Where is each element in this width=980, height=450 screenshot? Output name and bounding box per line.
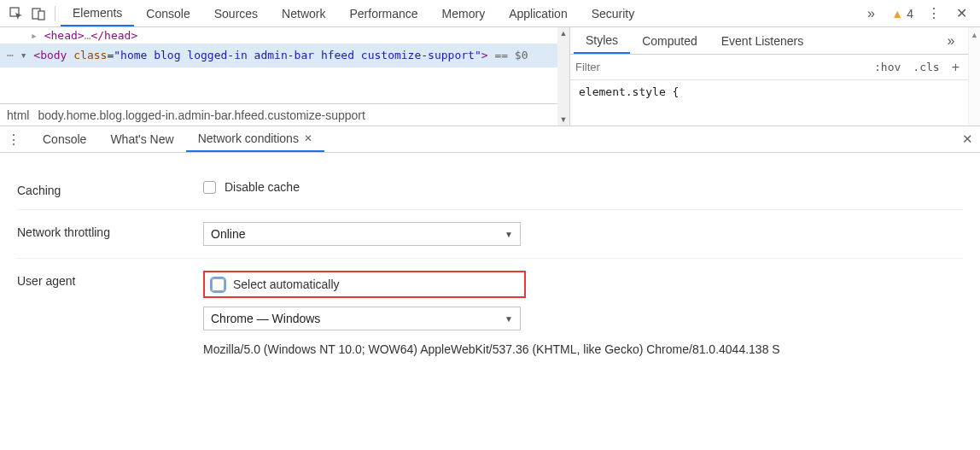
throttling-row: Network throttling Online ▼	[17, 210, 963, 259]
elements-scrollbar[interactable]: ▲ ▼	[557, 27, 569, 126]
tab-memory[interactable]: Memory	[430, 0, 498, 26]
tab-elements[interactable]: Elements	[61, 0, 134, 26]
ua-auto-option[interactable]: Select automatically	[212, 278, 517, 291]
panel-tabs: Elements Console Sources Network Perform…	[61, 0, 646, 26]
tab-sources[interactable]: Sources	[202, 0, 270, 26]
tab-console[interactable]: Console	[134, 0, 201, 26]
styles-filter-row: :hov .cls +	[570, 55, 968, 80]
tab-security[interactable]: Security	[580, 0, 647, 26]
new-style-rule-icon[interactable]: +	[948, 60, 963, 75]
caching-label: Caching	[17, 180, 203, 197]
hov-toggle[interactable]: :hov	[871, 61, 904, 73]
main-split: ▸ <head>…</head> ⋯ ▾ <body class="home b…	[0, 27, 980, 126]
user-agent-label: User agent	[17, 271, 203, 288]
svg-rect-2	[38, 11, 44, 20]
throttling-select[interactable]: Online ▼	[203, 222, 521, 246]
inspect-icon[interactable]	[8, 5, 25, 22]
user-agent-row: User agent Select automatically Chrome —…	[17, 259, 963, 368]
devtools-topbar: Elements Console Sources Network Perform…	[0, 0, 980, 27]
elements-tree: ▸ <head>…</head> ⋯ ▾ <body class="home b…	[0, 27, 570, 126]
crumb-body[interactable]: body.home.blog.logged-in.admin-bar.hfeed…	[38, 108, 365, 122]
caching-row: Caching Disable cache	[17, 168, 963, 210]
throttling-value: Online	[211, 227, 245, 241]
styles-tab-eventlisteners[interactable]: Event Listeners	[709, 27, 816, 54]
styles-scrollbar[interactable]: ▲	[968, 27, 980, 126]
disable-cache-label: Disable cache	[225, 180, 300, 194]
throttling-label: Network throttling	[17, 222, 203, 239]
disable-cache-checkbox[interactable]	[203, 181, 216, 194]
drawer-kebab-icon[interactable]: ⋮	[7, 131, 20, 148]
close-devtools-icon[interactable]: ✕	[951, 5, 971, 21]
styles-more-icon[interactable]: »	[941, 33, 961, 49]
source-line-body-selected[interactable]: ⋯ ▾ <body class="home blog logged-in adm…	[0, 44, 569, 67]
chevron-down-icon: ▼	[505, 314, 513, 324]
more-tabs-icon[interactable]: »	[860, 6, 881, 21]
disable-cache-option[interactable]: Disable cache	[203, 180, 963, 194]
close-tab-icon[interactable]: ✕	[304, 132, 312, 144]
ua-select-value: Chrome — Windows	[211, 312, 320, 325]
drawer-tab-network-conditions[interactable]: Network conditions ✕	[186, 126, 324, 152]
drawer-tabs: ⋮ Console What's New Network conditions …	[0, 126, 980, 153]
styles-tabs: Styles Computed Event Listeners »	[570, 27, 968, 55]
breadcrumb: html body.home.blog.logged-in.admin-bar.…	[0, 103, 557, 126]
network-conditions-panel: Caching Disable cache Network throttling…	[0, 153, 980, 377]
ua-select[interactable]: Chrome — Windows ▼	[203, 307, 521, 330]
tab-application[interactable]: Application	[497, 0, 580, 26]
close-drawer-icon[interactable]: ✕	[962, 131, 973, 147]
ua-string: Mozilla/5.0 (Windows NT 10.0; WOW64) App…	[203, 342, 963, 356]
device-toggle-icon[interactable]	[30, 5, 47, 22]
tab-network[interactable]: Network	[270, 0, 337, 26]
styles-filter-input[interactable]	[575, 58, 866, 77]
source-line-head[interactable]: ▸ <head>…</head>	[0, 27, 569, 44]
tab-performance[interactable]: Performance	[337, 0, 429, 26]
crumb-html[interactable]: html	[7, 108, 29, 122]
cls-toggle[interactable]: .cls	[909, 61, 942, 73]
scroll-up-icon[interactable]: ▲	[971, 31, 978, 39]
warning-count: 4	[907, 7, 913, 20]
drawer-tab-console[interactable]: Console	[31, 126, 98, 152]
divider	[55, 6, 55, 21]
ua-auto-checkbox[interactable]	[212, 278, 225, 291]
styles-tab-computed[interactable]: Computed	[630, 27, 709, 54]
ua-auto-label: Select automatically	[233, 278, 340, 291]
warning-badge[interactable]: ▲ 4	[891, 7, 913, 20]
drawer-tab-label: Network conditions	[198, 131, 299, 145]
chevron-down-icon: ▼	[505, 230, 513, 239]
ua-auto-highlight: Select automatically	[203, 271, 526, 298]
kebab-menu-icon[interactable]: ⋮	[924, 5, 944, 21]
scroll-down-icon[interactable]: ▼	[560, 115, 568, 124]
styles-pane: Styles Computed Event Listeners » :hov .…	[570, 27, 980, 126]
styles-tab-styles[interactable]: Styles	[574, 27, 630, 54]
drawer-tab-whatsnew[interactable]: What's New	[98, 126, 185, 152]
scroll-up-icon[interactable]: ▲	[560, 29, 568, 38]
warning-icon: ▲	[891, 7, 903, 20]
style-rule[interactable]: element.style {	[570, 80, 968, 103]
